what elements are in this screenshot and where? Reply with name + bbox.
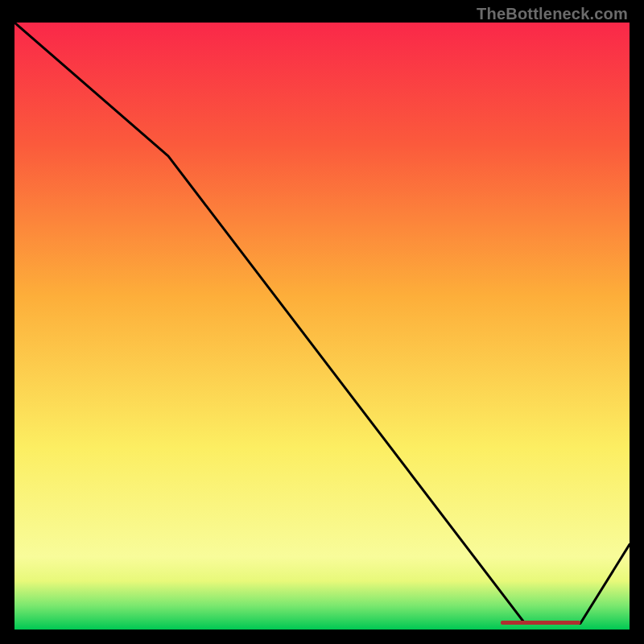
- bottleneck-line: [14, 23, 630, 630]
- attribution-label: TheBottleneck.com: [477, 5, 628, 23]
- optimal-range-marker: [501, 621, 580, 625]
- plot-area: [14, 23, 630, 630]
- chart-frame: TheBottleneck.com: [0, 0, 644, 644]
